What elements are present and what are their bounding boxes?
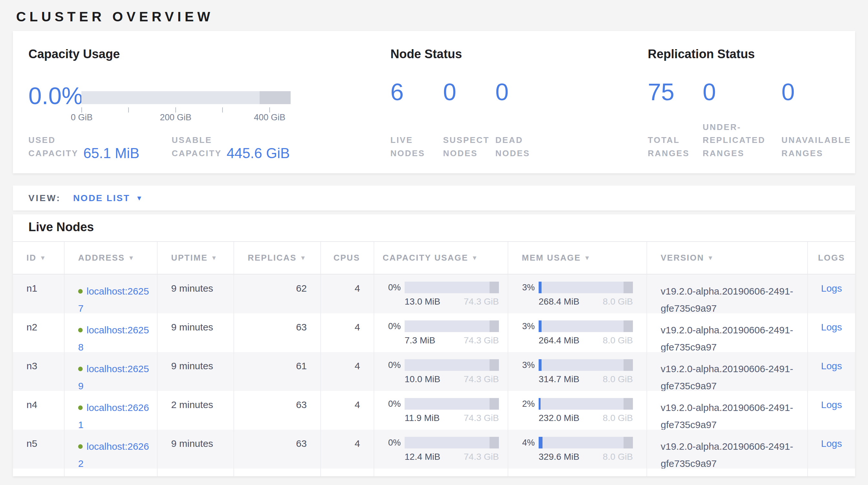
capacity-total-label: 74.3 GiB [464,296,499,307]
capacity-percent-label: 0% [383,399,401,409]
mem-bar-fill [538,359,541,371]
column-header-uptime[interactable]: UPTIME ▼ [158,242,234,274]
cluster-overview-page: CLUSTER OVERVIEW Capacity Usage 0.0% [0,8,868,485]
column-header-capacity-usage[interactable]: CAPACITY USAGE ▼ [374,242,508,274]
live-nodes-panel: Live Nodes ID ▼ ADDRESS ▼ UPTIME ▼ REPLI… [13,215,855,476]
table-row: n5 localhost:26262 9 minutes 63 4 0% [13,430,855,468]
uptime-cell: 9 minutes [158,275,234,313]
mem-percent-label: 2% [517,399,535,409]
mem-used-label: 268.4 MiB [538,296,579,307]
mem-bar-reserved-segment [624,359,633,371]
capacity-gauge: 0.0% 0 GiB 200 GiB [28,80,290,123]
node-id-cell: n1 [13,275,65,313]
mem-bar [538,437,633,449]
usable-capacity-metric: USABLE CAPACITY 445.6 GiB [172,134,290,160]
replicas-cell: 63 [234,430,321,468]
mem-percent-label: 3% [517,283,535,293]
capacity-usage-cell: 0% 12.4 MiB 74.3 GiB [374,430,508,468]
capacity-total-label: 74.3 GiB [464,413,499,423]
address-link[interactable]: localhost:26261 [78,402,149,430]
live-nodes-title: Live Nodes [28,220,94,234]
address-link[interactable]: localhost:26262 [78,441,149,468]
dead-nodes-stat: 0 DEAD NODES [495,80,566,160]
logs-link[interactable]: Logs [821,361,842,371]
column-header-mem-usage[interactable]: MEM USAGE ▼ [508,242,647,274]
address-link[interactable]: localhost:26258 [78,325,149,352]
column-header-version[interactable]: VERSION ▼ [647,242,808,274]
under-replicated-ranges-stat: 0 UNDER-REPLICATED RANGES [703,80,781,160]
sort-desc-icon: ▼ [211,254,218,262]
uptime-cell: 2 minutes [158,391,234,430]
logs-link[interactable]: Logs [821,438,842,449]
live-status-dot-icon [78,405,83,410]
mem-bar-reserved-segment [624,398,633,410]
axis-label: 400 GiB [254,113,285,122]
mem-used-label: 264.4 MiB [538,335,579,346]
capacity-bar-reserved-segment [490,320,499,332]
mem-used-label: 232.0 MiB [538,413,579,423]
axis-tick [269,107,270,113]
axis-tick [82,107,82,113]
capacity-bar-reserved-segment [490,359,499,371]
table-row: n4 localhost:26261 2 minutes 63 4 0% [13,391,855,430]
logs-link[interactable]: Logs [821,283,842,293]
view-label: VIEW: [28,193,61,203]
axis-tick [222,107,223,113]
logs-cell: Logs [808,352,855,391]
under-replicated-ranges-count: 0 [703,80,781,104]
table-row-partial [13,468,855,476]
node-status-stats: 6 LIVE NODES 0 SUSPECT NODES 0 DEAD NODE… [391,80,566,160]
live-status-dot-icon [78,367,83,371]
column-header-logs: LOGS [808,242,855,274]
replicas-cell: 63 [234,313,321,352]
version-cell: v19.2.0-alpha.20190606-2491-gfe735c9a97 [647,430,808,468]
capacity-used-label: 10.0 MiB [405,374,440,384]
usable-capacity-label: USABLE CAPACITY [172,134,221,160]
node-id-cell: n3 [13,352,65,391]
capacity-axis-labels: 0 GiB 200 GiB 400 GiB [82,113,290,123]
capacity-bar-area: 0 GiB 200 GiB 400 GiB [82,91,290,123]
sort-desc-icon: ▼ [300,254,307,262]
column-header-replicas[interactable]: REPLICAS ▼ [234,242,321,274]
live-nodes-label: LIVE NODES [391,134,429,160]
view-bar: VIEW: NODE LIST ▼ [13,186,855,210]
capacity-used-label: 7.3 MiB [405,335,435,346]
used-capacity-metric: USED CAPACITY 65.1 MiB [28,134,140,160]
logs-link[interactable]: Logs [821,399,842,410]
mem-bar-fill [538,320,541,332]
dropdown-caret-icon: ▼ [136,194,143,202]
address-link[interactable]: localhost:26257 [78,286,149,313]
capacity-bar [405,320,499,332]
capacity-axis-ticks [82,104,290,113]
axis-label: 200 GiB [160,113,191,122]
uptime-cell: 9 minutes [158,430,234,468]
mem-total-label: 8.0 GiB [603,452,633,462]
table-header-row: ID ▼ ADDRESS ▼ UPTIME ▼ REPLICAS ▼ CPUS [13,241,855,275]
page-title: CLUSTER OVERVIEW [16,8,868,25]
usable-capacity-value: 445.6 GiB [227,146,290,160]
mem-usage-cell: 3% 264.4 MiB 8.0 GiB [508,313,647,352]
axis-tick [175,107,176,113]
replication-status-title: Replication Status [648,47,755,61]
live-status-dot-icon [78,444,83,449]
suspect-nodes-stat: 0 SUSPECT NODES [443,80,495,160]
mem-usage-cell: 3% 314.7 MiB 8.0 GiB [508,352,647,391]
address-cell: localhost:26261 [65,391,158,430]
mem-bar-fill [538,398,540,410]
axis-label: 0 GiB [71,113,93,122]
capacity-used-label: 12.4 MiB [405,452,440,462]
view-dropdown[interactable]: NODE LIST ▼ [73,193,143,203]
replicas-cell: 62 [234,275,321,313]
logs-link[interactable]: Logs [821,322,842,333]
mem-usage-cell: 4% 329.6 MiB 8.0 GiB [508,430,647,468]
table-row: n3 localhost:26259 9 minutes 61 4 0% [13,352,855,391]
address-cell: localhost:26257 [65,275,158,313]
address-link[interactable]: localhost:26259 [78,364,149,391]
column-header-id[interactable]: ID ▼ [13,242,65,274]
mem-used-label: 329.6 MiB [538,452,579,462]
capacity-percent-label: 0% [383,360,401,370]
node-status-title: Node Status [391,47,462,61]
version-cell: v19.2.0-alpha.20190606-2491-gfe735c9a97 [647,275,808,313]
column-header-address[interactable]: ADDRESS ▼ [65,242,158,274]
mem-bar-reserved-segment [624,320,633,332]
